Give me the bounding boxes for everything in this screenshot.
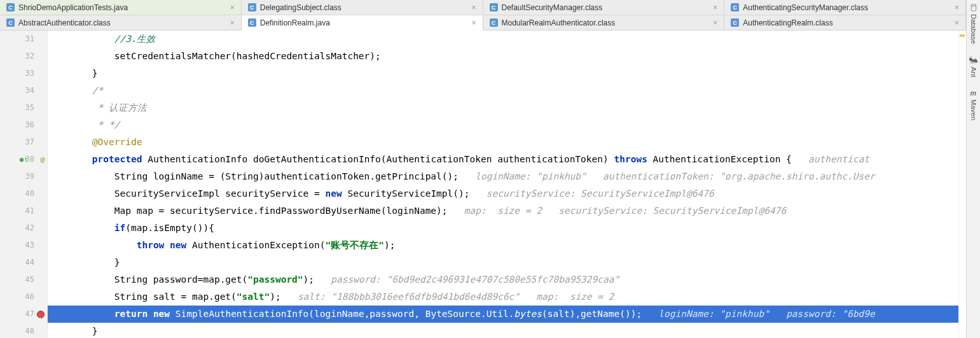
gutter-line[interactable]: 41 [0, 202, 47, 220]
gutter-line[interactable]: 38●↑@ [0, 151, 47, 168]
close-icon[interactable]: × [230, 3, 235, 12]
code-line[interactable]: String loginName = (String)authenticatio… [48, 168, 958, 185]
tool-label: Database [970, 14, 977, 44]
main-area: C ShrioDemoApplicationTests.java × C Del… [0, 0, 966, 338]
tab-label: AbstractAuthenticator.class [18, 18, 111, 27]
ant-tool-button[interactable]: 🐜 Ant [969, 55, 978, 78]
gutter-line[interactable]: 47 [0, 306, 47, 323]
gutter-line[interactable]: 31 [0, 31, 47, 48]
close-icon[interactable]: × [713, 3, 717, 12]
error-stripe[interactable] [958, 31, 966, 338]
gutter-line[interactable]: 43 [0, 237, 47, 254]
gutter-line[interactable]: 42 [0, 220, 47, 237]
code-line[interactable]: //3.生效 [48, 31, 958, 48]
tab-delegating-subject[interactable]: C DelegatingSubject.class × [242, 0, 483, 15]
tab-default-security-manager[interactable]: C DefaultSecurityManager.class × [483, 0, 725, 15]
line-number: 45 [23, 271, 34, 288]
class-file-icon: C [731, 18, 739, 27]
tab-authenticating-security-manager[interactable]: C AuthenticatingSecurityManager.class × [724, 0, 966, 15]
breakpoint-icon[interactable] [37, 311, 45, 318]
line-number: 33 [23, 65, 34, 82]
tab-label: DelegatingSubject.class [260, 3, 342, 12]
tool-label: Ant [970, 67, 977, 78]
line-number: 34 [23, 82, 34, 99]
close-icon[interactable]: × [471, 3, 476, 12]
close-icon[interactable]: × [230, 18, 235, 27]
gutter-line[interactable]: 36 [0, 116, 47, 134]
gutter-line[interactable]: 35 [0, 99, 47, 116]
java-file-icon: C [248, 18, 256, 27]
line-number: 42 [23, 220, 34, 237]
line-number: 47 [23, 306, 34, 323]
close-icon[interactable]: × [713, 18, 717, 27]
code-line[interactable]: * */ [48, 116, 958, 134]
tab-authenticating-realm[interactable]: C AuthenticatingRealm.class × [724, 15, 966, 30]
tab-modular-realm-authenticator[interactable]: C ModularRealmAuthenticator.class × [483, 15, 725, 30]
line-number: 41 [23, 202, 34, 220]
code-line[interactable]: if(map.isEmpty()){ [48, 220, 958, 237]
line-number: 36 [23, 116, 34, 134]
close-icon[interactable]: × [955, 18, 959, 27]
tab-label: DefaultSecurityManager.class [502, 3, 603, 12]
line-number: 31 [23, 31, 34, 48]
editor: 3132333435363738●↑@39404142434445464748 … [0, 31, 966, 338]
tool-label: Maven [970, 99, 977, 120]
gutter-line[interactable]: 40 [0, 185, 47, 202]
code-line[interactable]: } [48, 65, 958, 82]
code-line[interactable]: String password=map.get("password"); pas… [48, 271, 958, 288]
maven-tool-button[interactable]: m Maven [970, 89, 977, 120]
class-file-icon: C [731, 3, 739, 11]
warning-marker[interactable] [960, 34, 965, 37]
gutter-line[interactable]: 45 [0, 271, 47, 288]
code-line[interactable]: Map map = securityService.findPasswordBy… [48, 202, 958, 220]
tab-label: AuthenticatingSecurityManager.class [743, 3, 868, 12]
code-line[interactable]: return new SimpleAuthenticationInfo(logi… [48, 306, 958, 323]
database-tool-button[interactable]: Database [970, 4, 977, 44]
class-file-icon: C [490, 3, 498, 11]
database-icon [970, 4, 977, 11]
override-icon[interactable]: ●↑ [20, 151, 28, 168]
gutter-line[interactable]: 33 [0, 65, 47, 82]
gutter-line[interactable]: 37 [0, 134, 47, 151]
code-line[interactable]: @Override [48, 134, 958, 151]
code-line[interactable]: } [48, 323, 958, 338]
gutter-line[interactable]: 32 [0, 48, 47, 65]
code-line[interactable]: throw new AuthenticationException("账号不存在… [48, 237, 958, 254]
class-file-icon: C [248, 3, 256, 11]
class-file-icon: C [490, 18, 498, 27]
ide-root: C ShrioDemoApplicationTests.java × C Del… [0, 0, 980, 338]
line-number: 40 [23, 185, 34, 202]
line-number: 43 [23, 237, 34, 254]
right-tool-strip: Database 🐜 Ant m Maven [966, 0, 980, 338]
class-file-icon: C [6, 18, 15, 27]
tab-row-2: C AbstractAuthenticator.class × C Defini… [0, 15, 966, 31]
code-line[interactable]: } [48, 254, 958, 271]
line-number: 44 [23, 254, 34, 271]
code-line[interactable]: protected AuthenticationInfo doGetAuthen… [48, 151, 958, 168]
close-icon[interactable]: × [471, 18, 476, 27]
gutter-line[interactable]: 46 [0, 288, 47, 306]
ant-icon: 🐜 [969, 55, 978, 64]
line-number: 37 [23, 134, 34, 151]
gutter-line[interactable]: 44 [0, 254, 47, 271]
code-line[interactable]: * 认证方法 [48, 99, 958, 116]
gutter-line[interactable]: 34 [0, 82, 47, 99]
gutter[interactable]: 3132333435363738●↑@39404142434445464748 [0, 31, 48, 338]
code-line[interactable]: /* [48, 82, 958, 99]
code-area[interactable]: //3.生效 setCredentialsMatcher(hashedCrede… [48, 31, 958, 338]
tab-definition-realm[interactable]: C DefinitionRealm.java × [242, 15, 483, 31]
code-line[interactable]: setCredentialsMatcher(hashedCredentialsM… [48, 48, 958, 65]
gutter-line[interactable]: 39 [0, 168, 47, 185]
line-number: 46 [23, 288, 34, 306]
line-number: 48 [23, 323, 34, 338]
close-icon[interactable]: × [955, 3, 959, 12]
tab-label: DefinitionRealm.java [260, 18, 330, 27]
code-line[interactable]: String salt = map.get("salt"); salt: "18… [48, 288, 958, 306]
tab-label: ModularRealmAuthenticator.class [502, 18, 616, 27]
tab-shriodemo-tests[interactable]: C ShrioDemoApplicationTests.java × [0, 0, 242, 15]
tab-label: AuthenticatingRealm.class [743, 18, 832, 27]
java-file-icon: C [6, 3, 15, 11]
tab-abstract-authenticator[interactable]: C AbstractAuthenticator.class × [0, 15, 242, 30]
svg-point-0 [971, 4, 976, 6]
code-line[interactable]: SecurityServiceImpl securityService = ne… [48, 185, 958, 202]
